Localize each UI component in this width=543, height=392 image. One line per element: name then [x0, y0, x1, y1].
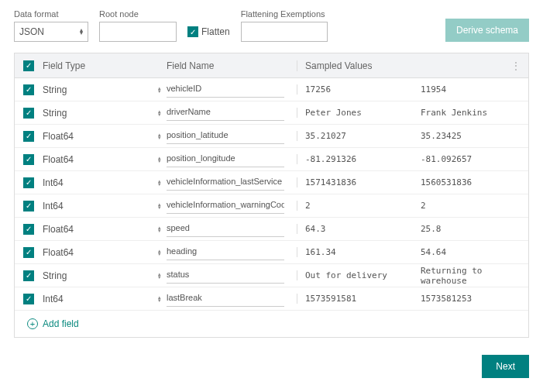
field-type-select[interactable]: Int64▴▾: [43, 177, 167, 188]
top-controls: Data format JSON ▴▾ Root node ✓ Flatten …: [14, 9, 529, 42]
row-checkbox[interactable]: ✓: [23, 154, 34, 165]
stepper-icon: ▴▾: [153, 156, 167, 162]
flatten-checkbox[interactable]: ✓: [187, 26, 198, 37]
sample-value-1: Peter Jones: [297, 108, 413, 118]
stepper-icon: ▴▾: [153, 110, 167, 115]
row-checkbox[interactable]: ✓: [23, 247, 34, 258]
add-field-label: Add field: [43, 318, 79, 329]
row-checkbox[interactable]: ✓: [23, 131, 34, 142]
sample-value-2: Frank Jenkins: [413, 108, 528, 118]
field-name-input[interactable]: heading: [167, 245, 284, 260]
stepper-icon: ▴▾: [153, 249, 167, 255]
field-name-input[interactable]: position_latitude: [167, 129, 284, 144]
table-row: ✓Float64▴▾heading161.3454.64: [15, 241, 528, 264]
field-type-value: Int64: [43, 177, 153, 188]
add-field-button[interactable]: + Add field: [15, 311, 528, 337]
stepper-icon: ▴▾: [153, 87, 167, 92]
field-type-value: Float64: [43, 247, 153, 258]
flatten-label: Flatten: [201, 26, 230, 37]
field-type-select[interactable]: Int64▴▾: [43, 294, 167, 304]
sample-value-1: 1571431836: [297, 177, 413, 187]
table-row: ✓Int64▴▾lastBreak15735915811573581253: [15, 287, 528, 311]
plus-circle-icon: +: [27, 318, 38, 329]
sample-value-2: 2: [413, 201, 528, 211]
sample-value-2: 25.8: [413, 224, 528, 234]
field-name-input[interactable]: vehicleID: [167, 82, 284, 98]
field-name-input[interactable]: vehicleInformation_lastService: [167, 175, 284, 191]
field-name-input[interactable]: vehicleInformation_warningCod: [167, 198, 284, 214]
field-type-select[interactable]: String▴▾: [43, 270, 167, 281]
sample-value-1: -81.291326: [297, 154, 413, 164]
footer: Next: [14, 355, 529, 378]
stepper-icon: ▴▾: [153, 273, 167, 278]
table-row: ✓Float64▴▾speed64.325.8: [15, 218, 528, 241]
header-sampled-values: Sampled Values: [297, 60, 413, 71]
field-name-input[interactable]: speed: [167, 222, 284, 237]
field-type-value: Int64: [43, 201, 153, 211]
row-checkbox[interactable]: ✓: [23, 270, 34, 281]
stepper-icon: ▴▾: [80, 29, 83, 35]
row-checkbox[interactable]: ✓: [23, 294, 34, 304]
table-row: ✓Float64▴▾position_longitude-81.291326-8…: [15, 148, 528, 171]
stepper-icon: ▴▾: [153, 203, 167, 208]
table-row: ✓Int64▴▾vehicleInformation_warningCod22: [15, 194, 528, 218]
sample-value-1: 35.21027: [297, 131, 413, 141]
sample-value-2: Returning to warehouse: [413, 266, 528, 286]
flatten-group: ✓ Flatten: [187, 22, 230, 42]
field-type-select[interactable]: String▴▾: [43, 84, 167, 95]
field-type-value: Float64: [43, 131, 153, 142]
field-name-input[interactable]: lastBreak: [167, 291, 284, 307]
sample-value-1: 64.3: [297, 224, 413, 234]
sample-value-2: 54.64: [413, 247, 528, 257]
stepper-icon: ▴▾: [153, 180, 167, 185]
data-format-label: Data format: [14, 9, 88, 19]
table-row: ✓String▴▾vehicleID1725611954: [15, 78, 528, 101]
table-row: ✓String▴▾statusOut for deliveryReturning…: [15, 264, 528, 287]
sample-value-2: -81.092657: [413, 154, 528, 164]
exemptions-input[interactable]: [241, 22, 328, 42]
field-type-select[interactable]: Float64▴▾: [43, 131, 167, 142]
schema-table: ✓ Field Type Field Name Sampled Values ⋮…: [14, 53, 529, 338]
table-header-row: ✓ Field Type Field Name Sampled Values ⋮: [15, 53, 528, 78]
data-format-group: Data format JSON ▴▾: [14, 9, 88, 42]
field-type-select[interactable]: Float64▴▾: [43, 154, 167, 165]
next-button[interactable]: Next: [482, 355, 529, 378]
row-checkbox[interactable]: ✓: [23, 201, 34, 211]
field-name-input[interactable]: position_longitude: [167, 152, 284, 167]
stepper-icon: ▴▾: [153, 296, 167, 301]
data-format-value: JSON: [19, 26, 44, 37]
table-row: ✓Int64▴▾vehicleInformation_lastService15…: [15, 171, 528, 194]
sample-value-2: 35.23425: [413, 131, 528, 141]
field-type-select[interactable]: String▴▾: [43, 108, 167, 119]
row-checkbox[interactable]: ✓: [23, 177, 34, 188]
field-name-input[interactable]: driverName: [167, 105, 284, 121]
row-checkbox[interactable]: ✓: [23, 108, 34, 119]
sample-value-1: 1573591581: [297, 294, 413, 304]
row-checkbox[interactable]: ✓: [23, 224, 34, 235]
field-type-select[interactable]: Float64▴▾: [43, 247, 167, 258]
exemptions-group: Flattening Exemptions: [241, 9, 328, 42]
row-checkbox[interactable]: ✓: [23, 84, 34, 95]
more-menu-icon[interactable]: ⋮: [413, 60, 528, 71]
sample-value-2: 11954: [413, 84, 528, 95]
exemptions-label: Flattening Exemptions: [241, 9, 328, 19]
derive-schema-button[interactable]: Derive schema: [445, 19, 529, 42]
data-format-select[interactable]: JSON ▴▾: [14, 22, 88, 42]
table-row: ✓String▴▾driverNamePeter JonesFrank Jenk…: [15, 101, 528, 125]
table-row: ✓Float64▴▾position_latitude35.2102735.23…: [15, 125, 528, 148]
select-all-checkbox[interactable]: ✓: [23, 60, 34, 71]
field-type-select[interactable]: Int64▴▾: [43, 201, 167, 211]
field-type-value: Float64: [43, 224, 153, 235]
field-type-value: String: [43, 108, 153, 119]
header-field-type: Field Type: [43, 60, 167, 71]
field-type-select[interactable]: Float64▴▾: [43, 224, 167, 235]
root-node-input[interactable]: [99, 22, 177, 42]
sample-value-1: 17256: [297, 84, 413, 95]
stepper-icon: ▴▾: [153, 226, 167, 232]
stepper-icon: ▴▾: [153, 133, 167, 139]
sample-value-2: 1573581253: [413, 294, 528, 304]
field-type-value: String: [43, 84, 153, 95]
field-name-input[interactable]: status: [167, 268, 284, 284]
field-type-value: Float64: [43, 154, 153, 165]
sample-value-1: 161.34: [297, 247, 413, 257]
